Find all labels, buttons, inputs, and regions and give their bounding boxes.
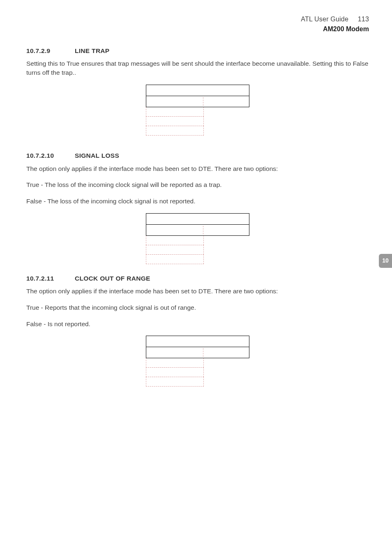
diagram-row — [146, 254, 204, 264]
diagram-row — [146, 358, 204, 368]
diagram-row — [146, 245, 204, 255]
diagram-row — [146, 126, 204, 136]
diagram-row — [146, 235, 204, 245]
diagram-row — [146, 96, 249, 107]
menu-diagram — [146, 213, 249, 264]
section-number: 10.7.2.9 — [26, 46, 58, 55]
option-false: False - The loss of the incoming clock s… — [26, 197, 369, 206]
menu-diagram — [146, 85, 249, 136]
section-heading: 10.7.2.10 SIGNAL LOSS — [26, 151, 369, 160]
section-paragraph: Setting this to True ensures that trap m… — [26, 59, 369, 77]
section-paragraph: The option only applies if the interface… — [26, 164, 369, 173]
option-true: True - Reports that the incoming clock s… — [26, 303, 369, 312]
section-title: SIGNAL LOSS — [75, 151, 119, 160]
section-heading: 10.7.2.11 CLOCK OUT OF RANGE — [26, 274, 369, 283]
diagram-row — [146, 367, 204, 377]
product-name: AM200 Modem — [26, 25, 369, 34]
diagram-row — [146, 213, 249, 225]
chapter-tab: 10 — [379, 254, 392, 268]
chapter-tab-label: 10 — [382, 257, 389, 265]
section-paragraph: The option only applies if the interface… — [26, 287, 369, 296]
section-number: 10.7.2.10 — [26, 151, 58, 160]
diagram-row — [146, 336, 249, 347]
page-header: ATL User Guide 113 AM200 Modem — [26, 15, 369, 34]
diagram-row — [146, 85, 249, 96]
diagram-row — [146, 347, 249, 358]
diagram-row — [146, 116, 204, 126]
diagram-row — [146, 225, 249, 236]
diagram-row — [146, 377, 204, 387]
document-page: ATL User Guide 113 AM200 Modem 10.7.2.9 … — [0, 0, 392, 555]
header-line-1: ATL User Guide 113 — [26, 15, 369, 24]
section-heading: 10.7.2.9 LINE TRAP — [26, 46, 369, 55]
option-false: False - Is not reported. — [26, 320, 369, 329]
section-title: CLOCK OUT OF RANGE — [75, 274, 150, 283]
page-number: 113 — [358, 16, 369, 23]
option-true: True - The loss of the incoming clock si… — [26, 180, 369, 189]
guide-name: ATL User Guide — [301, 16, 348, 23]
section-number: 10.7.2.11 — [26, 274, 58, 283]
diagram-row — [146, 107, 204, 117]
section-title: LINE TRAP — [75, 46, 110, 55]
menu-diagram — [146, 336, 249, 387]
